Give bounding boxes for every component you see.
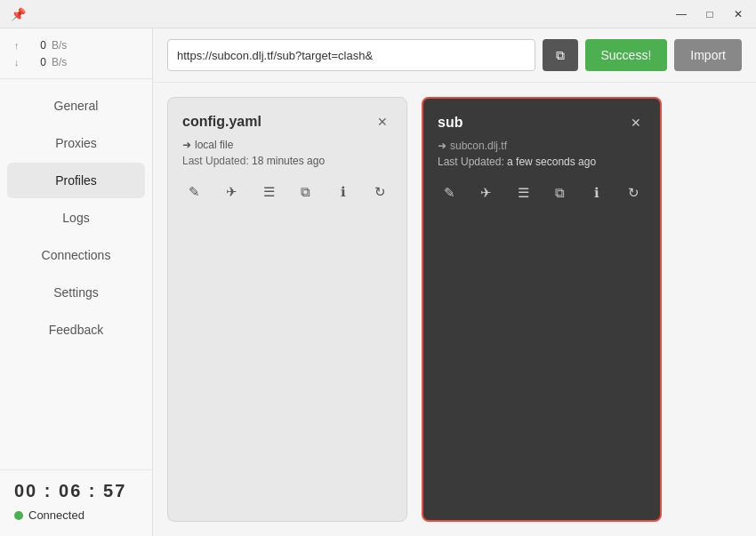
connected-label: Connected — [28, 508, 84, 522]
profile-config-arrow-icon: ➜ — [182, 139, 191, 151]
titlebar: 📌 — □ ✕ — [0, 0, 756, 28]
profile-card-config: config.yaml ✕ ➜ local file Last Updated:… — [167, 97, 407, 522]
sidebar: ↑ 0 B/s ↓ 0 B/s General Proxies Profiles… — [0, 28, 153, 536]
main-content: ⧉ Success! Import config.yaml ✕ ➜ local … — [153, 28, 756, 536]
close-button[interactable]: ✕ — [724, 2, 752, 27]
connected-dot-icon — [14, 511, 23, 520]
success-button[interactable]: Success! — [585, 39, 668, 71]
sidebar-item-general[interactable]: General — [7, 88, 145, 124]
profile-config-list-button[interactable]: ☰ — [256, 180, 281, 204]
profiles-area: config.yaml ✕ ➜ local file Last Updated:… — [153, 83, 756, 536]
profile-config-updated: Last Updated: 18 minutes ago — [182, 155, 392, 167]
sidebar-item-logs[interactable]: Logs — [7, 200, 145, 236]
upload-arrow-icon: ↑ — [14, 38, 23, 54]
profile-config-source: local file — [195, 139, 233, 151]
sidebar-item-profiles[interactable]: Profiles — [7, 163, 145, 198]
upload-speed-value: 0 — [28, 37, 46, 54]
minimize-button[interactable]: — — [667, 2, 696, 27]
profile-sub-copy-button[interactable]: ⧉ — [548, 180, 572, 205]
download-speed-unit: B/s — [52, 54, 67, 71]
sidebar-item-feedback[interactable]: Feedback — [7, 312, 145, 348]
url-input[interactable] — [167, 39, 535, 71]
sidebar-item-connections[interactable]: Connections — [7, 237, 145, 273]
profile-config-copy-button[interactable]: ⧉ — [294, 180, 318, 204]
upload-speed-row: ↑ 0 B/s — [14, 37, 138, 54]
maximize-button[interactable]: □ — [696, 2, 724, 27]
profile-config-actions: ✎ ✈ ☰ ⧉ ℹ ↻ — [182, 180, 392, 204]
pin-icon[interactable]: 📌 — [4, 2, 32, 27]
profile-card-sub: sub ✕ ➜ subcon.dlj.tf Last Updated: a fe… — [422, 97, 662, 522]
copy-icon: ⧉ — [556, 48, 565, 63]
speed-panel: ↑ 0 B/s ↓ 0 B/s — [0, 28, 152, 79]
app-body: ↑ 0 B/s ↓ 0 B/s General Proxies Profiles… — [0, 28, 756, 536]
profile-sub-updated: Last Updated: a few seconds ago — [438, 156, 646, 168]
profile-sub-info-button[interactable]: ℹ — [584, 180, 608, 205]
profile-card-config-header: config.yaml ✕ — [182, 112, 392, 132]
nav-items: General Proxies Profiles Logs Connection… — [0, 79, 152, 469]
copy-url-button[interactable]: ⧉ — [543, 39, 578, 71]
profile-config-download-button[interactable]: ✈ — [220, 180, 245, 204]
profile-sub-edit-button[interactable]: ✎ — [438, 180, 462, 205]
profile-config-refresh-button[interactable]: ↻ — [367, 180, 392, 204]
download-speed-row: ↓ 0 B/s — [14, 54, 138, 71]
connection-status-row: Connected — [14, 508, 138, 522]
url-bar: ⧉ Success! Import — [153, 28, 756, 83]
profile-sub-download-button[interactable]: ✈ — [474, 180, 498, 205]
profile-sub-refresh-button[interactable]: ↻ — [622, 180, 646, 205]
profile-sub-title: sub — [438, 115, 462, 131]
profile-config-updated-time: 18 minutes ago — [252, 155, 325, 167]
sidebar-item-settings[interactable]: Settings — [7, 275, 145, 310]
profile-sub-arrow-icon: ➜ — [438, 140, 446, 152]
profile-config-edit-button[interactable]: ✎ — [182, 180, 207, 204]
profile-config-subtitle: ➜ local file — [182, 139, 392, 151]
profile-config-info-button[interactable]: ℹ — [331, 180, 356, 204]
profile-sub-list-button[interactable]: ☰ — [511, 180, 535, 205]
profile-sub-updated-time: a few seconds ago — [507, 156, 596, 168]
download-arrow-icon: ↓ — [14, 55, 23, 71]
profile-card-sub-header: sub ✕ — [438, 113, 646, 132]
profile-config-title: config.yaml — [182, 114, 261, 130]
upload-speed-unit: B/s — [52, 37, 67, 54]
profile-sub-subtitle: ➜ subcon.dlj.tf — [438, 140, 646, 152]
timer-display: 00 : 06 : 57 — [14, 481, 138, 501]
import-button[interactable]: Import — [674, 39, 742, 71]
profile-sub-actions: ✎ ✈ ☰ ⧉ ℹ ↻ — [438, 180, 646, 205]
profile-config-close-button[interactable]: ✕ — [373, 112, 392, 132]
sidebar-footer: 00 : 06 : 57 Connected — [0, 469, 152, 536]
download-speed-value: 0 — [28, 54, 46, 71]
profile-sub-close-button[interactable]: ✕ — [626, 113, 646, 132]
sidebar-item-proxies[interactable]: Proxies — [7, 125, 145, 161]
profile-sub-source: subcon.dlj.tf — [450, 140, 507, 152]
